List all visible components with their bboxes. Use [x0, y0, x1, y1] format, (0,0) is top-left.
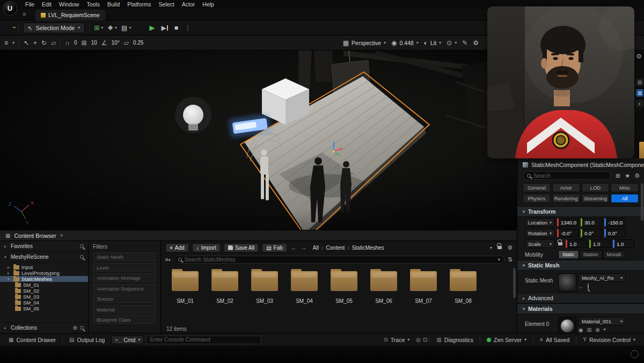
- browser-settings-gear-icon[interactable]: ⚙: [507, 244, 513, 251]
- add-collection-icon[interactable]: ⊕: [73, 325, 77, 331]
- grid-snap-value[interactable]: 10: [91, 40, 97, 46]
- location-z-field[interactable]: -150.0: [604, 218, 626, 227]
- menu-actor[interactable]: Actor: [178, 0, 199, 9]
- mobility-static[interactable]: Static: [558, 250, 579, 259]
- rotation-dropdown[interactable]: Rotation▾: [525, 229, 555, 237]
- rotation-z-field[interactable]: 0.0°: [604, 229, 626, 237]
- fab-button[interactable]: ▤ Fab: [262, 243, 287, 252]
- viewport[interactable]: X Y Z: [0, 50, 517, 230]
- tree-item-sm01[interactable]: SM_01: [0, 282, 88, 288]
- collections-row[interactable]: ▸ Collections ⊕: [0, 322, 88, 333]
- play-options-kebab-icon[interactable]: ⋮: [185, 24, 191, 32]
- viewport-options-icon[interactable]: ≡: [4, 39, 8, 47]
- tree-item-levelprototyping[interactable]: ▸ LevelPrototyping: [0, 270, 88, 276]
- tree-item-input[interactable]: ▸ Input: [0, 264, 88, 270]
- scale-snap-icon[interactable]: ▱: [124, 39, 129, 47]
- menu-edit[interactable]: Edit: [38, 0, 55, 9]
- sort-icon[interactable]: ⇅: [508, 256, 513, 263]
- edge-tab-active-icon[interactable]: ▥: [636, 89, 643, 97]
- trace-dropdown[interactable]: ⊙ Trace ▾: [379, 337, 414, 343]
- material-grid-icon[interactable]: ⊞: [587, 327, 591, 333]
- display-filter-icon[interactable]: ⊞: [616, 172, 620, 179]
- scale-x-field[interactable]: 1.0: [566, 239, 587, 248]
- browse-to-asset-icon[interactable]: [588, 284, 589, 289]
- scale-dropdown[interactable]: Scale▾: [525, 239, 555, 248]
- cmd-dropdown[interactable]: >_ Cmd ▾: [111, 336, 144, 344]
- filter-blueprint-class[interactable]: Blueprint Class: [93, 315, 156, 324]
- panel-settings-gear-icon[interactable]: ⚙: [636, 53, 642, 60]
- zen-server-dropdown[interactable]: Zen Server ▾: [482, 337, 531, 343]
- viewport-settings-gear-icon[interactable]: ⚙: [473, 39, 479, 47]
- filter-animation-sequence[interactable]: Animation Sequence: [93, 284, 156, 293]
- menu-select[interactable]: Select: [155, 0, 178, 9]
- component-header[interactable]: StaticMeshComponent (StaticMeshComponen: [517, 158, 644, 170]
- scale-z-field[interactable]: 1.0: [613, 239, 634, 248]
- details-search-input[interactable]: [533, 173, 607, 179]
- menu-build[interactable]: Build: [104, 0, 123, 9]
- asset-folder[interactable]: SM_04: [284, 268, 324, 323]
- asset-folder[interactable]: SM_08: [443, 268, 483, 323]
- static-mesh-asset-dropdown[interactable]: Meshy_AI_Re▾: [579, 273, 626, 282]
- tab-all[interactable]: All: [611, 194, 639, 203]
- revision-control-dropdown[interactable]: Y Revision Control ▾: [579, 337, 640, 343]
- asset-search-input[interactable]: [185, 257, 495, 263]
- tree-item-sm04[interactable]: SM_04: [0, 300, 88, 306]
- favorites-row[interactable]: ▸ Favorites: [0, 241, 88, 252]
- asset-folder[interactable]: SM_06: [364, 268, 404, 323]
- search-icon[interactable]: [80, 244, 84, 248]
- location-dropdown[interactable]: Location▾: [525, 218, 555, 227]
- surface-snap-value[interactable]: 0: [74, 40, 77, 46]
- breadcrumb-staticmeshes[interactable]: StaticMeshes: [352, 245, 384, 251]
- menu-platforms[interactable]: Platforms: [123, 0, 155, 9]
- camera-speed-dropdown[interactable]: ◉ 0.448 ▾: [391, 39, 419, 47]
- save-all-button[interactable]: Save All: [224, 243, 259, 252]
- static-mesh-thumbnail[interactable]: [558, 273, 576, 292]
- selection-mode-dropdown[interactable]: ↖ Selection Mode ▾: [23, 23, 85, 33]
- add-button[interactable]: + Add: [165, 243, 189, 252]
- material-asset-dropdown[interactable]: Material_001▾: [579, 317, 626, 325]
- tree-item-sm02[interactable]: SM_02: [0, 288, 88, 294]
- filter-static-mesh[interactable]: Static Mesh: [93, 252, 156, 261]
- profiler-icon[interactable]: ⊡: [423, 337, 427, 343]
- tab-actor[interactable]: Actor: [552, 183, 580, 192]
- static-mesh-section-header[interactable]: ▾ Static Mesh: [517, 260, 644, 271]
- add-actor-dropdown[interactable]: ⊞▾: [94, 24, 103, 32]
- rotate-tool-icon[interactable]: ↻: [41, 39, 47, 47]
- asset-folder[interactable]: SM_05: [324, 268, 364, 323]
- filter-material[interactable]: Material: [93, 305, 156, 314]
- frame-skip-button[interactable]: ▶: [161, 25, 167, 31]
- location-x-field[interactable]: 1340.0: [557, 218, 579, 227]
- all-saved-indicator[interactable]: ≡ All Saved: [536, 337, 574, 343]
- tree-item-staticmeshes[interactable]: ▾ StaticMeshes: [0, 276, 88, 282]
- mobility-movable[interactable]: Movab: [603, 250, 626, 259]
- asset-folder[interactable]: SM_07: [404, 268, 443, 323]
- console-command-input[interactable]: [150, 337, 258, 343]
- close-icon[interactable]: ×: [60, 233, 63, 238]
- material-thumbnail[interactable]: [558, 317, 576, 333]
- tab-physics[interactable]: Physics: [523, 194, 551, 203]
- select-tool-icon[interactable]: ↖: [24, 39, 29, 47]
- details-search[interactable]: [523, 171, 611, 180]
- screenshot-icon[interactable]: ◎: [416, 337, 421, 343]
- content-drawer-button[interactable]: ▦ Content Drawer: [4, 337, 60, 343]
- tab-lod[interactable]: LOD: [582, 183, 610, 192]
- recent-assets-icon[interactable]: ≡: [23, 11, 26, 17]
- scale-snap-value[interactable]: 0.25: [133, 40, 143, 46]
- tree-item-sm03[interactable]: SM_03: [0, 294, 88, 300]
- mobility-stationary[interactable]: Station: [579, 250, 603, 259]
- tab-misc[interactable]: Misc: [611, 183, 639, 192]
- search-icon[interactable]: [80, 255, 84, 259]
- search-icon[interactable]: [80, 326, 84, 330]
- show-flags-dropdown[interactable]: ⊙▾: [447, 39, 457, 47]
- lock-icon[interactable]: [558, 242, 562, 245]
- scale-tool-icon[interactable]: ▱: [51, 39, 56, 47]
- filter-animation-montage[interactable]: Animation Montage: [93, 273, 156, 282]
- output-log-button[interactable]: ▤ Output Log: [65, 337, 109, 343]
- rotation-snap-value[interactable]: 10°: [112, 40, 120, 46]
- edge-tab-icon[interactable]: ◐: [636, 100, 643, 107]
- stop-button[interactable]: ■: [174, 24, 178, 32]
- perspective-dropdown[interactable]: ▦ Perspective ▾: [343, 39, 386, 47]
- asset-folder[interactable]: SM_01: [165, 268, 205, 323]
- materials-section-header[interactable]: ▾ Materials: [517, 303, 644, 314]
- location-y-field[interactable]: 30.0: [581, 218, 602, 227]
